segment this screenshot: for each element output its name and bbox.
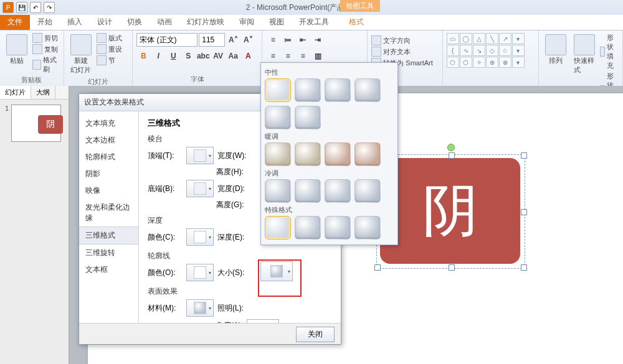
- section-button[interactable]: 节: [97, 55, 122, 65]
- spacing-button[interactable]: AV: [211, 49, 225, 63]
- font-name-combo[interactable]: 宋体 (正文): [136, 33, 197, 47]
- resize-handle[interactable]: [521, 209, 527, 215]
- underline-button[interactable]: U: [166, 49, 180, 63]
- align-right-icon[interactable]: ≡: [296, 49, 310, 63]
- painter-button[interactable]: 格式刷: [32, 55, 60, 74]
- slide-thumb-1[interactable]: 1 阴: [5, 105, 64, 142]
- cut-button[interactable]: 剪切: [32, 33, 60, 43]
- depth-color-dropdown[interactable]: [186, 228, 214, 246]
- tab-insert[interactable]: 插入: [60, 14, 90, 30]
- tab-home[interactable]: 开始: [30, 14, 60, 30]
- gallery-item[interactable]: [354, 142, 381, 166]
- undo-icon[interactable]: ↶: [30, 2, 41, 13]
- resize-handle[interactable]: [374, 264, 381, 271]
- align-center-icon[interactable]: ≡: [281, 49, 295, 63]
- gallery-item[interactable]: [265, 179, 291, 203]
- tab-design[interactable]: 设计: [90, 14, 120, 30]
- gallery-item[interactable]: [325, 78, 351, 102]
- material-dropdown[interactable]: [186, 299, 214, 317]
- gallery-item[interactable]: [295, 78, 321, 102]
- textalign-button[interactable]: 对齐文本: [371, 47, 438, 57]
- arrange-button[interactable]: 排列: [543, 33, 569, 67]
- textalign-icon: [371, 47, 381, 57]
- painter-icon: [32, 60, 41, 70]
- nav-textbox[interactable]: 文本框: [79, 261, 138, 278]
- gallery-item[interactable]: [295, 106, 321, 129]
- gallery-item[interactable]: [354, 179, 381, 203]
- resize-handle[interactable]: [449, 264, 455, 271]
- grow-font-icon[interactable]: A˄: [226, 33, 240, 47]
- gallery-item[interactable]: [325, 142, 351, 166]
- nav-3d-rotation[interactable]: 三维旋转: [79, 245, 138, 261]
- nav-3d-format[interactable]: 三维格式: [79, 226, 138, 245]
- shapes-gallery[interactable]: ▭◯△╲↗▾ {∿↘◇☆▾ ⬠⬡✧⊕⊗▾: [447, 33, 535, 68]
- title-bar: P 💾 ↶ ↷ 2 - Microsoft PowerPoint(产品激活失败)…: [0, 0, 623, 15]
- contour-color-dropdown[interactable]: [186, 264, 214, 281]
- fill-button[interactable]: 形状填充: [600, 33, 619, 70]
- shrink-font-icon[interactable]: A˅: [241, 33, 255, 47]
- italic-button[interactable]: I: [151, 49, 165, 63]
- gallery-item[interactable]: [295, 179, 321, 203]
- tab-format[interactable]: 格式: [341, 14, 371, 30]
- align-left-icon[interactable]: ≡: [266, 49, 280, 63]
- strike-button[interactable]: S: [181, 49, 195, 63]
- bevel-bottom-icon: [194, 182, 206, 195]
- textdir-button[interactable]: 文字方向: [371, 35, 438, 45]
- tab-file[interactable]: 文件: [0, 14, 30, 30]
- nav-text-fill[interactable]: 文本填充: [79, 115, 138, 132]
- tab-animation[interactable]: 动画: [150, 14, 179, 30]
- panel-tab-slides[interactable]: 幻灯片: [0, 86, 31, 99]
- gallery-item[interactable]: [325, 179, 351, 203]
- gallery-item[interactable]: [325, 216, 351, 240]
- gallery-item[interactable]: [354, 78, 381, 102]
- indent-inc-icon[interactable]: ⇥: [311, 33, 325, 47]
- resize-handle[interactable]: [521, 152, 527, 159]
- layout-button[interactable]: 版式: [97, 33, 122, 43]
- new-slide-button[interactable]: 新建 幻灯片: [68, 33, 94, 76]
- resize-handle[interactable]: [449, 152, 455, 159]
- gallery-item[interactable]: [265, 216, 291, 240]
- bevel-top-dropdown[interactable]: [186, 147, 214, 164]
- copy-button[interactable]: 复制: [32, 44, 60, 54]
- numbering-icon[interactable]: ≔: [281, 33, 295, 47]
- indent-dec-icon[interactable]: ⇤: [296, 33, 310, 47]
- panel-tab-outline[interactable]: 大纲: [31, 86, 55, 99]
- shadow-button[interactable]: abc: [196, 49, 210, 63]
- nav-reflection[interactable]: 映像: [79, 182, 138, 199]
- gallery-item[interactable]: [295, 216, 321, 240]
- gallery-item[interactable]: [265, 142, 291, 166]
- paste-button[interactable]: 粘贴: [4, 33, 30, 67]
- gallery-item[interactable]: [295, 142, 321, 166]
- lighting-dropdown[interactable]: [260, 261, 293, 281]
- tab-slideshow[interactable]: 幻灯片放映: [179, 14, 232, 30]
- tab-transition[interactable]: 切换: [120, 14, 150, 30]
- bevel-top-icon: [194, 149, 206, 162]
- tab-review[interactable]: 审阅: [232, 14, 262, 30]
- nav-shadow[interactable]: 阴影: [79, 166, 138, 182]
- selection-frame: [376, 154, 525, 269]
- font-color-button[interactable]: A: [241, 49, 255, 63]
- redo-icon[interactable]: ↷: [44, 2, 55, 13]
- bullets-icon[interactable]: ≡: [266, 33, 280, 47]
- gallery-item[interactable]: [265, 78, 291, 102]
- gallery-item[interactable]: [265, 106, 291, 129]
- rotate-handle[interactable]: [447, 144, 455, 151]
- reset-button[interactable]: 重设: [97, 44, 122, 54]
- font-size-combo[interactable]: 115: [199, 33, 225, 47]
- save-icon[interactable]: 💾: [16, 2, 27, 13]
- bevel-bottom-dropdown[interactable]: [186, 180, 214, 197]
- tab-view[interactable]: 视图: [262, 14, 292, 30]
- angle-input[interactable]: [247, 319, 279, 323]
- resize-handle[interactable]: [521, 264, 527, 271]
- case-button[interactable]: Aa: [226, 49, 240, 63]
- tab-developer[interactable]: 开发工具: [292, 14, 336, 30]
- gallery-item[interactable]: [354, 216, 381, 240]
- close-button[interactable]: 关闭: [296, 327, 335, 342]
- nav-glow[interactable]: 发光和柔化边缘: [79, 199, 138, 226]
- nav-outline-style[interactable]: 轮廓样式: [79, 149, 138, 166]
- columns-icon[interactable]: ▥: [311, 49, 325, 63]
- nav-text-outline[interactable]: 文本边框: [79, 132, 138, 149]
- bold-button[interactable]: B: [136, 49, 150, 63]
- quickstyle-button[interactable]: 快速样式: [571, 33, 597, 76]
- paste-icon: [6, 34, 27, 55]
